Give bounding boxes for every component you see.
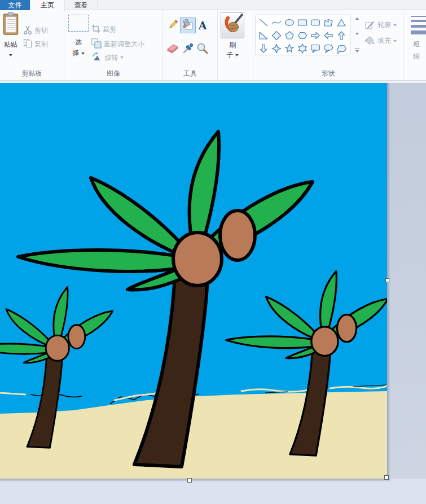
crop-button[interactable]: 裁剪: [91, 24, 116, 35]
star-4-icon: [271, 43, 282, 54]
cut-label: 剪切: [34, 26, 48, 36]
right-triangle-icon: [258, 30, 269, 41]
brush-dropdown-arrow: [235, 54, 239, 56]
resize-label: 重新调整大小: [104, 40, 144, 49]
shape-triangle-button[interactable]: [335, 16, 348, 29]
workspace-background-bottom: [0, 479, 426, 504]
canvas-resize-handle-bottom[interactable]: [187, 478, 192, 483]
image-group-label: 图像: [64, 69, 163, 78]
size-label-1: 粗: [408, 40, 425, 49]
shape-hexagon-button[interactable]: [296, 29, 309, 42]
diamond-icon: [271, 30, 282, 41]
brush-icon: [222, 13, 243, 38]
tools-group-label: 工具: [163, 69, 217, 78]
shapes-more-button[interactable]: [355, 49, 359, 53]
crop-label: 裁剪: [103, 25, 116, 34]
callout-oval-icon: [323, 43, 334, 54]
shape-rounded-rectangle-button[interactable]: [309, 16, 322, 29]
fill-style-label: 填充: [377, 36, 391, 46]
shape-star-5-button[interactable]: [283, 42, 296, 55]
shapes-group-label: 形状: [253, 69, 403, 78]
shape-arrow-down-button[interactable]: [257, 42, 270, 55]
group-size: 粗 细: [403, 10, 426, 80]
tab-view[interactable]: 查看: [65, 0, 98, 10]
fill-bucket-icon: [181, 18, 195, 33]
line-icon: [258, 17, 269, 28]
shape-callout-round-button[interactable]: [309, 42, 322, 55]
group-shapes: 轮廓 填充 形状: [253, 10, 403, 80]
shape-arrow-up-button[interactable]: [335, 29, 348, 42]
text-tool-button[interactable]: A: [195, 17, 210, 33]
shape-ellipse-button[interactable]: [283, 16, 296, 29]
group-clipboard: 粘贴 剪切 复制 剪贴板: [0, 10, 64, 80]
shapes-scroll-down-button[interactable]: [355, 33, 359, 35]
group-image: 选 择 裁剪 重新调整大小: [64, 10, 163, 80]
shape-diamond-button[interactable]: [270, 29, 283, 42]
shape-callout-oval-button[interactable]: [322, 42, 335, 55]
outline-icon: [364, 19, 375, 32]
shape-line-button[interactable]: [257, 16, 270, 29]
cut-button[interactable]: 剪切: [23, 25, 48, 37]
arrow-up-icon: [336, 30, 347, 41]
select-label-2: 择: [73, 49, 80, 58]
canvas-resize-handle-right[interactable]: [385, 278, 389, 282]
tab-file[interactable]: 文件: [0, 0, 30, 10]
eyedropper-tool-button[interactable]: [180, 41, 196, 57]
shape-star-4-button[interactable]: [270, 42, 283, 55]
drawing-canvas[interactable]: [0, 83, 387, 479]
shape-callout-cloud-button[interactable]: [335, 42, 348, 55]
shape-pentagon-button[interactable]: [283, 29, 296, 42]
arrow-down-icon: [258, 43, 269, 54]
arrow-right-icon: [310, 30, 321, 41]
eraser-icon: [166, 43, 179, 55]
resize-button[interactable]: 重新调整大小: [91, 38, 144, 50]
rectangle-icon: [297, 17, 308, 28]
eraser-tool-button[interactable]: [165, 41, 181, 57]
outline-label: 轮廓: [377, 20, 391, 30]
select-label-1: 选: [75, 38, 82, 47]
shape-rectangle-button[interactable]: [296, 16, 309, 29]
brush-button[interactable]: [221, 12, 244, 38]
more-bar-icon: [355, 49, 359, 50]
shape-right-triangle-button[interactable]: [257, 29, 270, 42]
shape-curve-button[interactable]: [270, 16, 283, 29]
brush-label-1: 刷: [218, 41, 247, 50]
canvas-resize-handle-bottom-right[interactable]: [384, 475, 389, 480]
paste-label: 粘贴: [4, 40, 17, 50]
paste-button[interactable]: 粘贴: [1, 12, 21, 68]
star-6-icon: [297, 43, 308, 54]
tab-home[interactable]: 主页: [30, 0, 65, 11]
ellipse-icon: [284, 17, 295, 28]
magnifier-tool-button[interactable]: [195, 41, 210, 57]
ribbon: 粘贴 剪切 复制 剪贴板 选: [0, 10, 426, 81]
workspace-background-right: [387, 83, 426, 479]
copy-button[interactable]: 复制: [23, 38, 48, 50]
shape-arrow-right-button[interactable]: [309, 29, 322, 42]
fill-style-button[interactable]: 填充: [364, 34, 397, 47]
copy-label: 复制: [34, 40, 48, 49]
pentagon-icon: [284, 30, 295, 41]
canvas-shadow-bottom: [0, 479, 390, 482]
shapes-scroll-strip: [353, 15, 361, 55]
shape-star-6-button[interactable]: [296, 42, 309, 55]
fill-tool-button[interactable]: [180, 17, 196, 33]
polygon-icon: [323, 17, 334, 28]
select-button[interactable]: 选 择: [65, 15, 91, 58]
shape-polygon-button[interactable]: [322, 16, 335, 29]
paste-dropdown-arrow: [9, 54, 12, 56]
size-label-2: 细: [408, 52, 425, 62]
select-dropdown-arrow: [81, 52, 85, 55]
pencil-tool-button[interactable]: [165, 17, 181, 33]
group-tools: A: [163, 10, 218, 80]
shape-arrow-left-button[interactable]: [322, 29, 335, 42]
rotate-button[interactable]: 旋转: [91, 52, 124, 63]
copy-icon: [23, 38, 32, 50]
clipboard-group-label: 剪贴板: [0, 69, 64, 78]
magnifier-icon: [196, 42, 209, 56]
selection-marquee-icon: [68, 15, 89, 32]
outline-button[interactable]: 轮廓: [364, 19, 397, 32]
more-arrow-icon: [355, 50, 359, 52]
rotate-label: 旋转: [104, 53, 118, 63]
star-5-icon: [284, 43, 295, 54]
shapes-scroll-up-button[interactable]: [355, 17, 359, 20]
